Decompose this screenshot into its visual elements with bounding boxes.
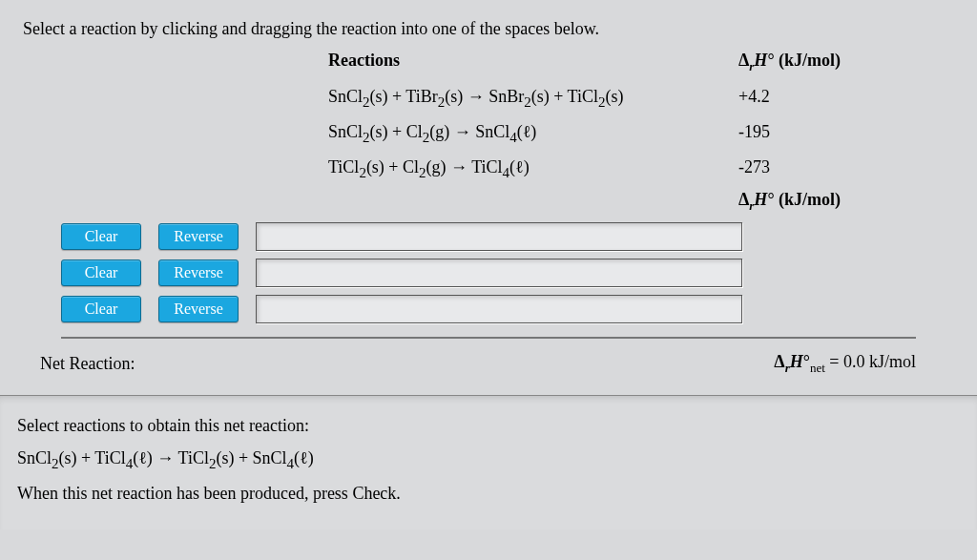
reaction-dh-value: -273 (738, 151, 770, 186)
slot-row: Clear Reverse (61, 259, 954, 287)
clear-button[interactable]: Clear (61, 223, 141, 250)
reactions-column-header: Reactions (328, 51, 738, 74)
reaction-item[interactable]: SnCl2(s) + Cl2(g) → SnCl4(ℓ) -195 (328, 115, 954, 151)
reaction-dh-value: +4.2 (738, 80, 770, 115)
check-instruction: When this net reaction has been produced… (17, 477, 960, 509)
slot-row: Clear Reverse (61, 295, 954, 323)
reaction-dh-value: -195 (738, 115, 770, 151)
reaction-equation: SnCl2(s) + TiBr2(s) → SnBr2(s) + TiCl2(s… (328, 80, 738, 115)
reverse-button[interactable]: Reverse (158, 296, 239, 322)
target-equation: SnCl2(s) + TiCl4(ℓ) → TiCl2(s) + SnCl4(ℓ… (17, 442, 960, 477)
clear-button[interactable]: Clear (61, 296, 141, 322)
net-reaction-label: Net Reaction: (40, 354, 135, 374)
reverse-button[interactable]: Reverse (158, 223, 239, 250)
reaction-drop-slot[interactable] (256, 295, 742, 323)
reverse-button[interactable]: Reverse (158, 259, 239, 286)
reaction-drop-slot[interactable] (256, 259, 742, 287)
target-reaction-panel: Select reactions to obtain this net reac… (0, 395, 977, 529)
target-instruction: Select reactions to obtain this net reac… (17, 409, 960, 442)
net-dh-value: ΔrH°net = 0.0 kJ/mol (774, 352, 954, 376)
dh-column-header: ΔrH° (kJ/mol) (738, 51, 841, 74)
drag-instruction: Select a reaction by clicking and draggi… (23, 19, 954, 39)
dh-slot-header: ΔrH° (kJ/mol) (738, 190, 954, 214)
reaction-item[interactable]: SnCl2(s) + TiBr2(s) → SnBr2(s) + TiCl2(s… (328, 80, 954, 115)
clear-button[interactable]: Clear (61, 259, 141, 286)
reaction-drop-slot[interactable] (256, 222, 742, 251)
divider-line (61, 337, 916, 339)
slot-row: Clear Reverse (61, 222, 954, 251)
reaction-equation: TiCl2(s) + Cl2(g) → TiCl4(ℓ) (328, 151, 738, 186)
reaction-equation: SnCl2(s) + Cl2(g) → SnCl4(ℓ) (328, 115, 738, 151)
reaction-item[interactable]: TiCl2(s) + Cl2(g) → TiCl4(ℓ) -273 (328, 151, 954, 186)
